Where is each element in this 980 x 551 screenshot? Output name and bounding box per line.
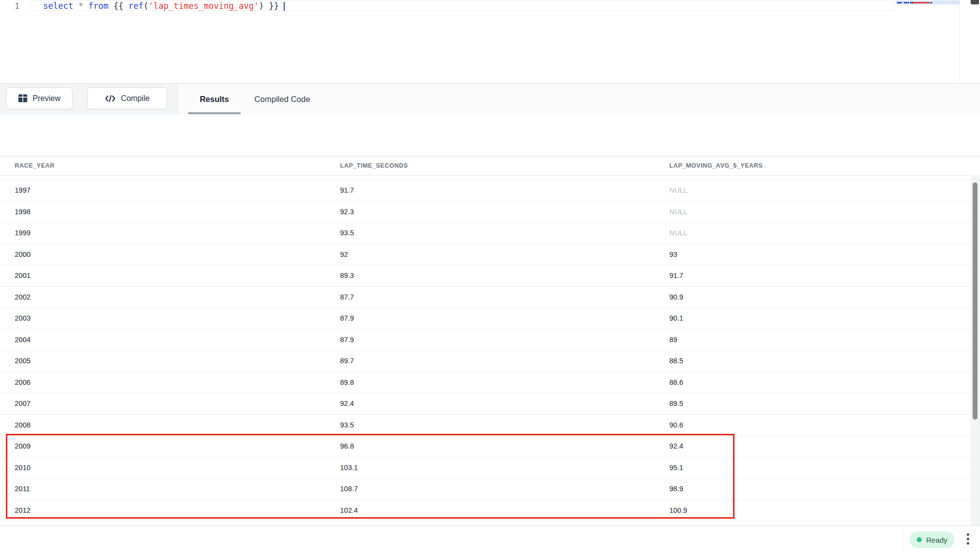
code-token <box>264 1 269 11</box>
code-token: * <box>78 1 83 11</box>
cell-lap-moving-avg: 95.1 <box>655 464 971 472</box>
table-row: 2012102.4100.9 <box>0 500 971 522</box>
code-line-tokens: select * from {{ ref('lap_times_moving_a… <box>43 1 279 11</box>
minimap-token <box>931 2 932 3</box>
code-token <box>123 1 128 11</box>
cell-race-year: 2011 <box>0 485 325 493</box>
cell-race-year: 2007 <box>0 400 325 407</box>
code-token: {{ <box>113 1 123 11</box>
column-header: LAP_MOVING_AVG_5_YEARS <box>655 162 980 169</box>
cell-lap-moving-avg: 89.5 <box>655 400 971 407</box>
compile-button-label: Compile <box>121 94 150 103</box>
text-cursor <box>284 2 285 11</box>
tab-compiled-code[interactable]: Compiled Code <box>252 84 313 114</box>
code-token: from <box>88 1 108 11</box>
cell-lap-moving-avg: 90.1 <box>655 314 971 322</box>
cell-lap-time-seconds: 87.9 <box>325 336 655 344</box>
table-row: 200387.990.1 <box>0 308 971 329</box>
cell-lap-moving-avg: NULL <box>655 186 971 194</box>
column-header: LAP_TIME_SECONDS <box>325 162 655 169</box>
preview-button[interactable]: Preview <box>6 87 73 109</box>
cell-race-year: 2000 <box>0 250 325 258</box>
preview-button-label: Preview <box>33 94 61 103</box>
partial-row <box>0 175 971 180</box>
minimap-current-line <box>896 0 959 4</box>
code-token <box>108 1 113 11</box>
table-row: 199993.5NULL <box>0 223 971 244</box>
code-line[interactable]: select * from {{ ref('lap_times_moving_a… <box>43 1 285 11</box>
minimap-token <box>913 2 929 3</box>
results-scrollbar-thumb[interactable] <box>973 182 978 420</box>
cell-lap-moving-avg: 98.9 <box>655 485 971 493</box>
cell-lap-moving-avg: 100.9 <box>655 506 971 514</box>
cell-lap-time-seconds: 87.7 <box>325 293 655 301</box>
results-meta-row: Returned 27 rows. Download CSV <box>0 114 980 156</box>
minimap-divider <box>959 0 960 81</box>
cell-lap-time-seconds: 89.7 <box>325 357 655 365</box>
cell-race-year: 2006 <box>0 378 325 386</box>
ready-status-badge: Ready <box>909 531 955 548</box>
tabs-background: ResultsCompiled Code <box>177 84 980 114</box>
cell-race-year: 1999 <box>0 229 325 237</box>
cell-lap-moving-avg: 88.6 <box>655 378 971 386</box>
cell-lap-time-seconds: 93.5 <box>325 229 655 237</box>
editor-scrollbar-thumb[interactable] <box>971 0 979 4</box>
table-row: 199791.7NULL <box>0 180 971 201</box>
cell-lap-time-seconds: 92 <box>325 250 655 258</box>
table-row: 200287.790.9 <box>0 287 971 308</box>
code-token: 'lap_times_moving_avg' <box>148 1 259 11</box>
status-bar-divider <box>903 526 903 551</box>
cell-lap-time-seconds: 108.7 <box>325 485 655 493</box>
table-row: 2011108.798.9 <box>0 478 971 500</box>
cell-lap-moving-avg: 93 <box>655 250 971 258</box>
cell-lap-moving-avg: 90.9 <box>655 293 971 301</box>
cell-lap-time-seconds: 93.5 <box>325 421 655 429</box>
code-icon <box>105 95 116 102</box>
table-body[interactable]: 199791.7NULL199892.3NULL199993.5NULL2000… <box>0 175 971 521</box>
code-editor[interactable]: 1 select * from {{ ref('lap_times_moving… <box>0 0 980 83</box>
cell-lap-moving-avg: 88.5 <box>655 357 971 365</box>
table-icon <box>18 94 27 102</box>
cell-lap-time-seconds: 92.3 <box>325 208 655 216</box>
minimap-token <box>897 2 902 3</box>
code-token: }} <box>269 1 279 11</box>
table-row: 2010103.195.1 <box>0 457 971 479</box>
cell-race-year: 2002 <box>0 293 325 301</box>
table-row: 200996.892.4 <box>0 436 971 457</box>
results-scrollbar-track[interactable] <box>971 175 980 526</box>
table-row: 199892.3NULL <box>0 201 971 223</box>
table-row: 200487.989 <box>0 329 971 351</box>
cell-lap-time-seconds: 92.4 <box>325 400 655 407</box>
cell-lap-time-seconds: 96.8 <box>325 442 655 450</box>
ready-status-label: Ready <box>926 536 947 544</box>
table-row: 200792.489.5 <box>0 393 971 415</box>
editor-minimap[interactable] <box>896 0 959 81</box>
cell-lap-moving-avg: 91.7 <box>655 272 971 279</box>
results-toolbar: ResultsCompiled Code Preview Compile <box>0 83 980 114</box>
code-token: ref <box>128 1 144 11</box>
cell-race-year: 1997 <box>0 186 325 194</box>
cell-race-year: 2008 <box>0 421 325 429</box>
cell-race-year: 1998 <box>0 208 325 216</box>
cell-race-year: 2010 <box>0 464 325 472</box>
cell-lap-time-seconds: 91.7 <box>325 186 655 194</box>
tab-results[interactable]: Results <box>188 84 241 114</box>
code-token: select <box>43 1 73 11</box>
status-dot-icon <box>917 537 922 542</box>
table-row: 200893.590.6 <box>0 415 971 436</box>
cell-lap-time-seconds: 102.4 <box>325 506 655 514</box>
code-token: ) <box>259 1 264 11</box>
code-token <box>83 1 88 11</box>
cell-race-year: 2004 <box>0 336 325 344</box>
table-header-row: RACE_YEARLAP_TIME_SECONDSLAP_MOVING_AVG_… <box>0 156 980 175</box>
table-row: 20009293 <box>0 244 971 266</box>
cell-lap-moving-avg: NULL <box>655 229 971 237</box>
kebab-menu-icon[interactable] <box>963 531 972 546</box>
compile-button[interactable]: Compile <box>87 87 167 109</box>
table-row: 200589.788.5 <box>0 351 971 372</box>
cell-race-year: 2012 <box>0 506 325 514</box>
line-number: 1 <box>15 1 24 11</box>
tab-bar: ResultsCompiled Code <box>188 84 313 114</box>
table-row: 200689.888.6 <box>0 372 971 394</box>
cell-lap-time-seconds: 89.8 <box>325 378 655 386</box>
